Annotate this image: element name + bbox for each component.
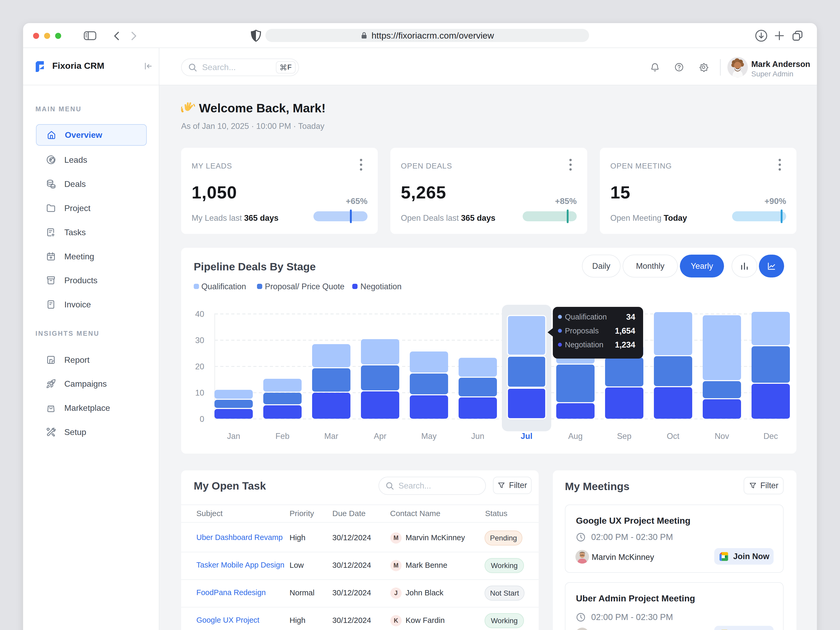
svg-text:Pipeline Deals By Stage: Pipeline Deals By Stage <box>194 261 316 273</box>
svg-text:Apr: Apr <box>374 431 387 441</box>
svg-text:Proposals: Proposals <box>565 327 599 335</box>
svg-text:Qualification: Qualification <box>201 282 246 291</box>
svg-text:Negotiation: Negotiation <box>565 341 603 349</box>
svg-text:Jun: Jun <box>471 431 484 441</box>
svg-text:10: 10 <box>195 388 204 398</box>
svg-text:0: 0 <box>200 414 204 424</box>
svg-text:Proposal/ Price Quote: Proposal/ Price Quote <box>265 282 344 291</box>
svg-text:Sep: Sep <box>617 431 631 441</box>
svg-text:Feb: Feb <box>275 431 289 441</box>
svg-text:Jul: Jul <box>521 431 533 441</box>
svg-text:Qualification: Qualification <box>565 313 607 321</box>
svg-text:30: 30 <box>195 336 204 345</box>
svg-text:Dec: Dec <box>763 431 778 441</box>
svg-text:34: 34 <box>626 313 636 322</box>
svg-text:Mar: Mar <box>324 431 338 441</box>
svg-text:20: 20 <box>195 362 204 371</box>
svg-text:Jan: Jan <box>227 431 240 441</box>
svg-text:40: 40 <box>195 309 204 319</box>
svg-text:Nov: Nov <box>715 431 729 441</box>
svg-text:Negotiation: Negotiation <box>360 282 402 291</box>
svg-text:1,654: 1,654 <box>615 326 635 335</box>
svg-text:May: May <box>421 431 437 441</box>
svg-text:Aug: Aug <box>568 431 583 441</box>
svg-text:Oct: Oct <box>667 431 680 441</box>
svg-text:1,234: 1,234 <box>615 340 635 349</box>
